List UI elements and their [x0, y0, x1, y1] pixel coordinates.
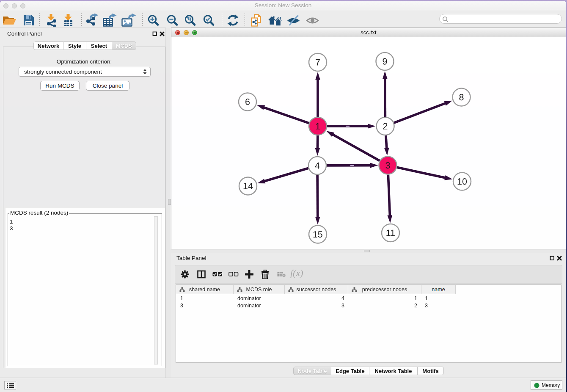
svg-text:3: 3	[385, 160, 390, 171]
svg-text:8: 8	[459, 92, 464, 102]
svg-text:9: 9	[383, 57, 388, 67]
svg-text:15: 15	[313, 229, 323, 240]
svg-text:6: 6	[245, 97, 250, 107]
svg-text:1: 1	[315, 121, 320, 131]
svg-text:10: 10	[457, 177, 467, 187]
svg-text:14: 14	[243, 181, 253, 191]
svg-text:7: 7	[315, 57, 320, 67]
svg-text:11: 11	[386, 228, 395, 238]
svg-text:2: 2	[383, 121, 388, 132]
svg-text:4: 4	[315, 160, 320, 171]
